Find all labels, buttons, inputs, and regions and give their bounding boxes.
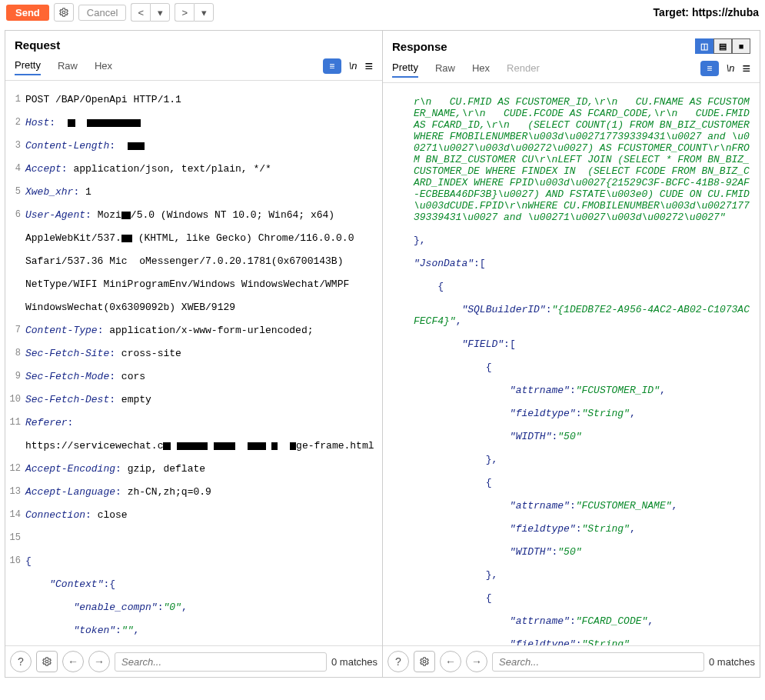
- svg-point-0: [62, 11, 65, 14]
- response-title: Response: [392, 40, 447, 53]
- match-count: 0 matches: [331, 656, 378, 668]
- next-match-icon[interactable]: →: [88, 651, 110, 672]
- response-menu-icon[interactable]: ≡: [742, 63, 750, 74]
- request-menu-icon[interactable]: ≡: [364, 61, 373, 72]
- request-footer: ? ← → 0 matches: [5, 645, 382, 677]
- svg-point-1: [45, 660, 48, 663]
- layout-rows-icon[interactable]: ▤: [713, 38, 732, 54]
- layout-toggle[interactable]: ◫ ▤ ■: [695, 38, 750, 54]
- match-count: 0 matches: [709, 656, 755, 668]
- response-footer: ? ← → 0 matches: [383, 645, 760, 677]
- tab-pretty[interactable]: Pretty: [15, 56, 41, 75]
- svg-point-2: [423, 660, 426, 663]
- settings-icon[interactable]: [36, 651, 58, 672]
- search-input[interactable]: [492, 652, 704, 672]
- back-dropdown[interactable]: ▾: [150, 3, 170, 22]
- split-container: Request Pretty Raw Hex ≡ \n ≡ 1POST /BAP…: [5, 30, 760, 678]
- gear-icon[interactable]: [54, 3, 74, 22]
- top-toolbar: Send Cancel < ▾ > ▾ Target: https://zhub…: [0, 0, 765, 25]
- request-subtabs: Pretty Raw Hex ≡ \n ≡: [5, 56, 382, 81]
- beautify-icon[interactable]: ≡: [700, 61, 719, 76]
- history-back-group: < ▾: [131, 3, 170, 22]
- response-pane: Response ◫ ▤ ■ Pretty Raw Hex Render ≡ \…: [382, 31, 760, 677]
- tab-raw[interactable]: Raw: [58, 57, 78, 75]
- tab-pretty[interactable]: Pretty: [392, 58, 418, 78]
- help-icon[interactable]: ?: [387, 651, 409, 672]
- response-subtabs: Pretty Raw Hex Render ≡ \n ≡: [383, 58, 760, 83]
- settings-icon[interactable]: [414, 651, 435, 672]
- back-button[interactable]: <: [131, 3, 150, 22]
- request-editor[interactable]: 1POST /BAP/OpenApi HTTP/1.1 2Host: 3Cont…: [5, 81, 382, 645]
- search-input[interactable]: [115, 652, 327, 672]
- beautify-icon[interactable]: ≡: [323, 58, 341, 74]
- target-label: Target: https://zhuba: [654, 6, 759, 18]
- request-pane: Request Pretty Raw Hex ≡ \n ≡ 1POST /BAP…: [5, 31, 382, 677]
- tab-raw[interactable]: Raw: [435, 59, 455, 77]
- tab-hex[interactable]: Hex: [95, 57, 112, 75]
- newline-icon[interactable]: \n: [349, 60, 358, 72]
- cancel-button[interactable]: Cancel: [78, 5, 126, 21]
- forward-dropdown[interactable]: ▾: [194, 3, 214, 22]
- help-icon[interactable]: ?: [10, 651, 32, 672]
- history-fwd-group: > ▾: [175, 3, 214, 22]
- prev-match-icon[interactable]: ←: [440, 651, 461, 672]
- next-match-icon[interactable]: →: [466, 651, 487, 672]
- tab-hex[interactable]: Hex: [472, 59, 490, 77]
- forward-button[interactable]: >: [175, 3, 194, 22]
- layout-single-icon[interactable]: ■: [732, 38, 750, 54]
- prev-match-icon[interactable]: ←: [62, 651, 84, 672]
- send-button[interactable]: Send: [6, 5, 49, 21]
- tab-render[interactable]: Render: [507, 59, 540, 77]
- newline-icon[interactable]: \n: [727, 62, 735, 74]
- response-editor[interactable]: r\n CU.FMID AS FCUSTOMER_ID,\r\n CU.FNAM…: [383, 83, 760, 645]
- layout-columns-icon[interactable]: ◫: [695, 38, 713, 54]
- request-title: Request: [15, 38, 60, 52]
